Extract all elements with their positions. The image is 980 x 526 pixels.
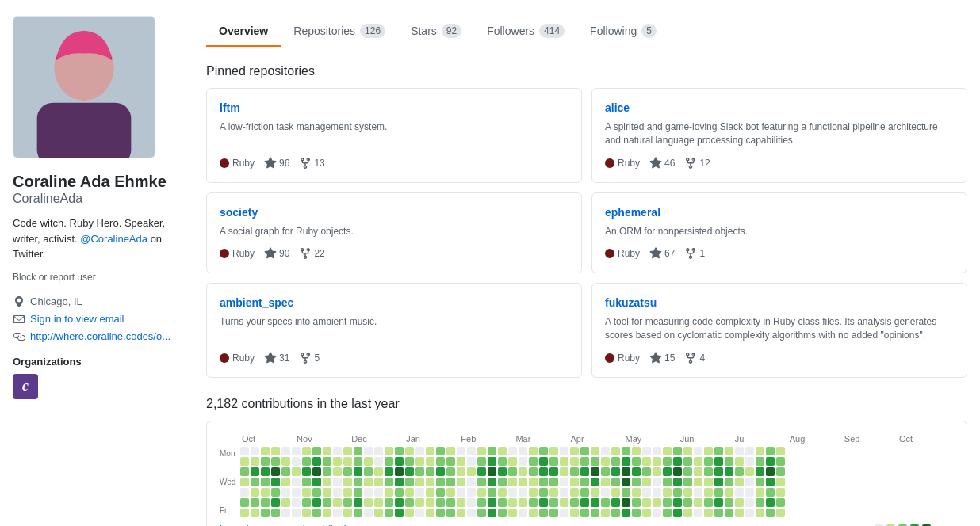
contrib-cell — [529, 509, 538, 517]
contrib-cell — [601, 488, 610, 497]
repo-name-lftm[interactable]: lftm — [220, 101, 568, 114]
contrib-cell — [477, 478, 486, 486]
contrib-cell — [745, 457, 754, 466]
contrib-cell — [364, 498, 373, 507]
contrib-cell — [673, 447, 682, 455]
contrib-cell — [735, 467, 744, 476]
contrib-cell — [591, 457, 599, 466]
contrib-cell — [302, 498, 311, 507]
contrib-cell — [549, 509, 558, 517]
contrib-cell — [240, 467, 249, 476]
contrib-cell — [560, 447, 568, 455]
tab-repositories[interactable]: Repositories 126 — [281, 16, 398, 48]
org-avatar[interactable]: c — [13, 374, 38, 399]
stars-count: 92 — [442, 24, 461, 38]
contrib-cell — [673, 509, 682, 517]
contrib-cell — [663, 509, 672, 517]
contrib-cell — [446, 509, 455, 517]
contrib-cell — [467, 467, 476, 476]
contrib-cell — [251, 478, 259, 486]
twitter-link[interactable]: @CoralineAda — [80, 233, 147, 245]
contrib-cell — [735, 447, 744, 455]
contrib-cell — [240, 478, 249, 486]
contrib-week — [549, 447, 558, 517]
user-fullname: Coraline Ada Ehmke — [13, 171, 187, 192]
contrib-cell — [704, 467, 713, 476]
contrib-cell — [261, 498, 270, 507]
repo-name-ambient-spec[interactable]: ambient_spec — [220, 296, 568, 309]
contrib-cell — [508, 498, 517, 507]
contrib-cell — [632, 509, 641, 517]
repo-name-alice[interactable]: alice — [605, 101, 954, 114]
contrib-cell — [436, 478, 445, 486]
contrib-cell — [354, 457, 362, 466]
contrib-cell — [457, 447, 465, 455]
contrib-cell — [281, 498, 290, 507]
contrib-cell — [498, 498, 507, 507]
repo-card-society: society A social graph for Ruby objects.… — [206, 192, 582, 274]
contrib-cell — [343, 509, 352, 517]
contrib-cell — [405, 447, 414, 455]
repo-desc-alice: A spirited and game-loving Slack bot fea… — [605, 120, 954, 147]
contrib-week — [622, 447, 630, 517]
repo-name-society[interactable]: society — [220, 206, 568, 219]
contrib-cell — [271, 488, 280, 497]
contrib-week — [446, 447, 455, 517]
contrib-cell — [271, 467, 280, 476]
contrib-cell — [457, 457, 465, 466]
contrib-cell — [385, 447, 393, 455]
contrib-cell — [333, 457, 342, 466]
contrib-cell — [302, 509, 311, 517]
contrib-cell — [725, 498, 733, 507]
contrib-cell — [560, 498, 568, 507]
contrib-week — [395, 447, 404, 517]
repo-meta-fukuzatsu: Ruby 15 4 — [605, 352, 954, 364]
day-labels: Mon Wed Fri — [220, 447, 235, 517]
contrib-cell — [529, 478, 538, 486]
contrib-week — [694, 447, 702, 517]
contrib-cell — [601, 509, 610, 517]
repo-stars-ambient-spec: 31 — [264, 352, 289, 364]
contrib-cell — [591, 498, 599, 507]
repo-name-ephemeral[interactable]: ephemeral — [605, 206, 954, 219]
contrib-cell — [601, 457, 610, 466]
contrib-cell — [653, 509, 661, 517]
contrib-cell — [354, 509, 362, 517]
repo-desc-ambient-spec: Turns your specs into ambient music. — [220, 315, 568, 342]
contrib-cell — [756, 478, 764, 486]
contrib-cell — [457, 509, 465, 517]
contrib-cell — [580, 467, 589, 476]
contrib-cell — [240, 457, 249, 466]
contrib-cell — [539, 447, 548, 455]
contrib-cell — [570, 488, 579, 497]
repo-desc-fukuzatsu: A tool for measuring code complexity in … — [605, 315, 954, 342]
contrib-cell — [292, 498, 301, 507]
contrib-cell — [323, 457, 331, 466]
contrib-cell — [498, 467, 507, 476]
sidebar: Coraline Ada Ehmke CoralineAda Code witc… — [13, 16, 187, 526]
contrib-cell — [673, 488, 682, 497]
contrib-cell — [663, 498, 672, 507]
contrib-cell — [436, 509, 445, 517]
tab-stars[interactable]: Stars 92 — [398, 16, 474, 48]
repo-meta-ambient-spec: Ruby 31 5 — [220, 352, 568, 364]
contrib-cell — [415, 498, 424, 507]
email-link[interactable]: Sign in to view email — [30, 313, 124, 325]
tab-followers[interactable]: Followers 414 — [474, 16, 577, 48]
repo-forks-fukuzatsu: 4 — [684, 352, 705, 364]
contrib-cell — [281, 447, 290, 455]
website-link[interactable]: http://where.coraline.codes/o... — [30, 330, 170, 342]
contrib-cell — [622, 498, 630, 507]
location-text: Chicago, IL — [30, 295, 82, 307]
tab-overview[interactable]: Overview — [206, 17, 281, 47]
contrib-cell — [240, 488, 249, 497]
repo-name-fukuzatsu[interactable]: fukuzatsu — [605, 296, 954, 309]
contrib-cell — [436, 467, 445, 476]
contrib-cell — [653, 457, 661, 466]
block-report-link[interactable]: Block or report user — [13, 272, 187, 283]
contrib-cell — [281, 457, 290, 466]
contrib-cell — [395, 457, 404, 466]
contrib-cell — [323, 509, 331, 517]
tab-following[interactable]: Following 5 — [577, 16, 669, 48]
contrib-cell — [312, 457, 321, 466]
